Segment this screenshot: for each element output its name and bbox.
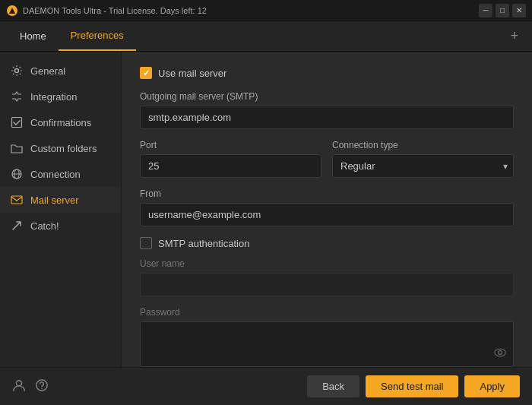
help-icon[interactable]: [35, 378, 49, 395]
outgoing-mail-input[interactable]: [140, 106, 514, 129]
from-input[interactable]: [140, 203, 514, 226]
svg-point-10: [16, 380, 21, 385]
tab-add-button[interactable]: +: [504, 25, 524, 47]
use-mail-server-row: Use mail server: [140, 67, 514, 79]
sidebar-label-mail-server: Mail server: [30, 195, 79, 206]
content-area: Use mail server Outgoing mail server (SM…: [122, 52, 532, 367]
port-label: Port: [140, 140, 321, 150]
sidebar-label-catch: Catch!: [30, 220, 59, 232]
back-button[interactable]: Back: [307, 375, 359, 397]
connection-type-col: Connection type Regular SSL/TLS STARTTLS…: [332, 140, 514, 178]
port-col: Port: [140, 140, 321, 178]
svg-point-9: [499, 351, 502, 355]
username-input[interactable]: [140, 273, 514, 296]
sidebar-label-custom-folders: Custom folders: [30, 143, 97, 154]
tab-home[interactable]: Home: [8, 21, 59, 51]
connection-icon: [11, 168, 23, 180]
connection-type-label: Connection type: [332, 140, 514, 150]
password-label: Password: [140, 307, 514, 318]
svg-point-12: [41, 388, 42, 388]
minimize-button[interactable]: ─: [479, 4, 492, 17]
title-bar-left: DAEMON Tools Ultra - Trial License. Days…: [6, 5, 207, 17]
tabs: Home Preferences: [8, 21, 136, 51]
username-label: User name: [140, 258, 514, 269]
catch-icon: [11, 220, 23, 232]
password-wrapper: [140, 321, 514, 367]
title-bar-controls: ─ □ ✕: [479, 4, 526, 17]
integration-icon: [11, 90, 23, 103]
footer: Back Send test mail Apply: [0, 367, 532, 405]
port-input[interactable]: [140, 154, 321, 178]
send-test-mail-button[interactable]: Send test mail: [366, 375, 458, 397]
maximize-button[interactable]: □: [496, 4, 509, 17]
eye-icon[interactable]: [494, 347, 506, 359]
sidebar-item-general[interactable]: General: [0, 58, 121, 84]
tab-preferences[interactable]: Preferences: [59, 21, 136, 51]
smtp-auth-label: SMTP authentication: [158, 238, 249, 249]
general-icon: [11, 65, 23, 77]
use-mail-server-checkbox[interactable]: [140, 67, 152, 79]
svg-point-8: [495, 349, 505, 356]
close-button[interactable]: ✕: [512, 4, 526, 17]
use-mail-server-label: Use mail server: [158, 68, 226, 79]
sidebar-label-connection: Connection: [30, 169, 81, 180]
svg-point-2: [15, 69, 19, 73]
apply-button[interactable]: Apply: [464, 375, 520, 397]
outgoing-mail-label: Outgoing mail server (SMTP): [140, 91, 514, 102]
sidebar-item-custom-folders[interactable]: Custom folders: [0, 135, 121, 161]
svg-rect-7: [11, 196, 22, 204]
tab-bar: Home Preferences +: [0, 21, 532, 52]
sidebar-item-confirmations[interactable]: Confirmations: [0, 109, 121, 135]
from-label: From: [140, 188, 514, 199]
port-connection-row: Port Connection type Regular SSL/TLS STA…: [140, 140, 514, 178]
footer-left: [12, 378, 49, 395]
sidebar-label-general: General: [30, 65, 65, 77]
connection-type-select[interactable]: Regular SSL/TLS STARTTLS: [332, 154, 514, 178]
sidebar-item-integration[interactable]: Integration: [0, 84, 121, 109]
sidebar-label-confirmations: Confirmations: [30, 117, 91, 128]
title-bar-text: DAEMON Tools Ultra - Trial License. Days…: [23, 6, 207, 15]
app-icon: [6, 5, 18, 17]
title-bar: DAEMON Tools Ultra - Trial License. Days…: [0, 0, 532, 21]
sidebar-item-catch[interactable]: Catch!: [0, 213, 121, 239]
connection-type-wrapper: Regular SSL/TLS STARTTLS ▾: [332, 154, 514, 178]
smtp-auth-row: SMTP authentication: [140, 237, 514, 249]
custom-folders-icon: [11, 142, 23, 154]
user-icon[interactable]: [12, 378, 26, 395]
footer-right: Back Send test mail Apply: [307, 375, 520, 397]
password-input[interactable]: [140, 321, 514, 367]
smtp-auth-checkbox[interactable]: [140, 237, 152, 249]
confirmations-icon: [11, 116, 23, 128]
sidebar: General Integration Confirmations: [0, 52, 122, 367]
main-area: General Integration Confirmations: [0, 52, 532, 367]
sidebar-label-integration: Integration: [30, 91, 77, 103]
mail-server-icon: [11, 194, 23, 206]
sidebar-item-connection[interactable]: Connection: [0, 161, 121, 187]
sidebar-item-mail-server[interactable]: Mail server: [0, 187, 121, 213]
